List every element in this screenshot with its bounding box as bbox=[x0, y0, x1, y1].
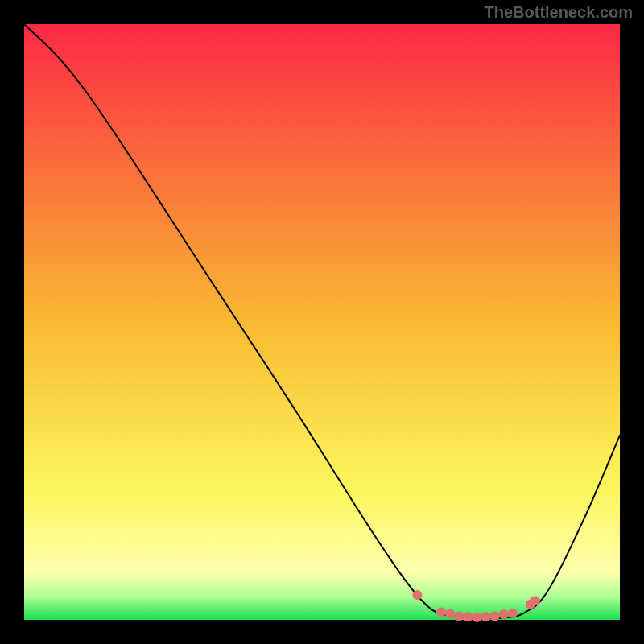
marker-dot bbox=[454, 612, 464, 621]
marker-dot bbox=[436, 607, 446, 617]
marker-dot bbox=[499, 609, 509, 619]
watermark-text: TheBottleneck.com bbox=[485, 3, 633, 22]
bottleneck-chart bbox=[0, 0, 644, 644]
marker-dot bbox=[472, 613, 481, 622]
marker-dot bbox=[481, 612, 491, 621]
chart-background bbox=[24, 24, 620, 620]
marker-dot bbox=[508, 609, 518, 618]
marker-dot bbox=[463, 612, 473, 621]
marker-dot bbox=[412, 590, 422, 600]
marker-dot bbox=[490, 612, 500, 621]
marker-dot bbox=[530, 596, 540, 605]
marker-dot bbox=[445, 609, 455, 619]
